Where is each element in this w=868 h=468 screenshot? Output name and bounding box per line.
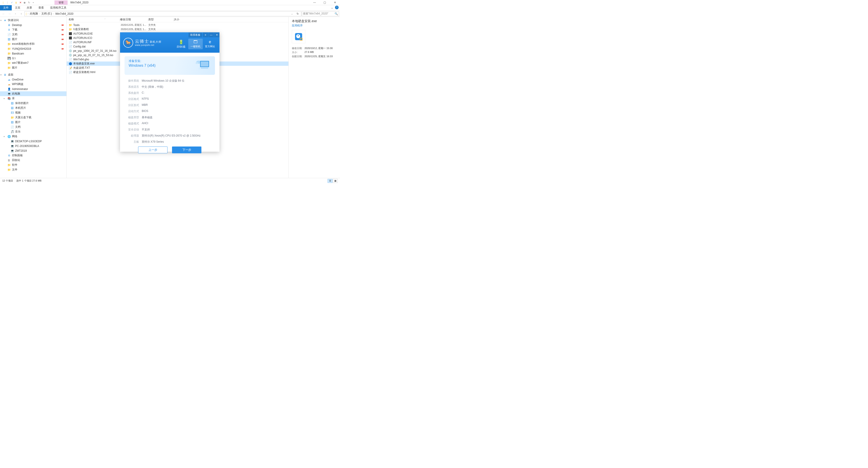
col-type[interactable]: 类型 (148, 18, 173, 22)
back-button[interactable]: ← (1, 11, 6, 17)
file-tab[interactable]: 文件 (0, 5, 12, 10)
up-button[interactable]: ↑ (19, 11, 24, 17)
sidebar-item[interactable]: 📁图片 (0, 65, 66, 70)
info-row: 处理器英特尔(R) Xeon(R) CPU E5-2670 v2 @ 2.50G… (126, 134, 214, 138)
minimize-button[interactable]: — (309, 0, 320, 5)
file-row[interactable]: 📁U盘安装教程2020/12/25, 星期五 1...文件夹 (67, 27, 288, 31)
sidebar-item[interactable]: 💾G:\ (0, 56, 66, 61)
sidebar-item[interactable]: 🎵音乐 (0, 129, 66, 134)
nav-tree[interactable]: ▾ ★ 快速访问 🖥Desktop📌⬇下载📌📄文档📌🖼图片📌📁excel表格制作… (0, 17, 67, 178)
minimize-icon[interactable]: — (209, 32, 214, 37)
item-icon: 💻 (7, 92, 11, 96)
chevron-down-icon[interactable]: ▾ (0, 19, 2, 22)
ribbon-tab-share[interactable]: 共享 (24, 5, 35, 10)
file-row[interactable]: 📁Tools2020/12/25, 星期五 1...文件夹 (67, 23, 288, 27)
installer-titlebar: 联系客服 ≡ — ✕ (120, 32, 219, 37)
installer-tabs: 🔋启动U盘🗔一键装机e官方网址 (174, 39, 217, 49)
sidebar-item[interactable]: ⬇下载📌 (0, 27, 66, 32)
contact-support-button[interactable]: 联系客服 (188, 33, 202, 37)
status-bar: 12 个项目 选中 1 个项目 27.6 MB ☰ ▦ (0, 178, 340, 183)
sidebar-item[interactable]: ▾🌐网络 (0, 134, 66, 139)
sidebar-item[interactable]: ☁WPS网盘 (0, 82, 66, 87)
sidebar-item[interactable]: 🖼保存的图片 (0, 101, 66, 105)
item-label: Desktop (12, 24, 22, 27)
ribbon-tab-apptools[interactable]: 应用程序工具 (47, 5, 70, 10)
installer-tab[interactable]: 🔋启动U盘 (174, 39, 188, 49)
detail-label: 修改日期: (292, 46, 305, 50)
sidebar-item[interactable]: 💻ZMT2019 (0, 148, 66, 153)
help-icon[interactable]: ? (335, 6, 339, 9)
next-button[interactable]: 下一步 (172, 147, 202, 153)
item-icon: ⚙ (7, 154, 11, 157)
col-date[interactable]: 修改日期 (120, 18, 148, 22)
close-button[interactable]: ✕ (330, 0, 340, 5)
quick-access-header[interactable]: ▾ ★ 快速访问 (0, 18, 66, 23)
menu-icon[interactable]: ≡ (203, 32, 208, 37)
installer-tab[interactable]: e官方网址 (203, 39, 217, 49)
sidebar-item[interactable]: 🖼图片 (0, 120, 66, 125)
icons-view-button[interactable]: ▦ (333, 179, 338, 183)
chevron-right-icon[interactable]: › (28, 13, 29, 15)
chevron-right-icon[interactable]: › (53, 13, 54, 15)
sidebar-item[interactable]: 🎞视频 (0, 110, 66, 115)
crumb-drive[interactable]: 文档 (E:) (41, 12, 53, 15)
chevron-down-icon[interactable]: ▾ (0, 74, 2, 76)
search-input[interactable]: 搜索"Win7x64_2020" 🔍 (302, 11, 339, 16)
desktop-header[interactable]: ▾ 🖥 桌面 (0, 72, 66, 77)
sidebar-item[interactable]: 📄文档📌 (0, 32, 66, 37)
folder-icon[interactable]: ▮ (14, 1, 18, 4)
crumb-pc[interactable]: 此电脑 (29, 12, 39, 15)
sidebar-item[interactable]: 📁Bandicam (0, 51, 66, 56)
sidebar-item[interactable]: 👤Administrator (0, 87, 66, 91)
sidebar-item[interactable]: 🖥Desktop📌 (0, 23, 66, 27)
details-pane: 本地硬盘安装.exe 应用程序 修改日期:2020/10/12, 星期一 15:… (288, 17, 340, 178)
close-icon[interactable]: ✕ (214, 32, 219, 37)
ribbon-tab-home[interactable]: 主页 (12, 5, 24, 10)
sidebar-item[interactable]: 📁软件 (0, 162, 66, 167)
sidebar-item[interactable]: ☁OneDrive (0, 77, 66, 82)
dropdown-icon[interactable]: ▾ (31, 1, 35, 4)
item-label: 天翼云盘下载 (15, 116, 31, 119)
file-name: pe_yqs_1064_20_07_31_16_04.iso (73, 49, 121, 53)
expand-ribbon-icon[interactable]: ⌄ (331, 6, 333, 9)
sidebar-item[interactable]: 🖼本机照片 (0, 105, 66, 110)
crumb-folder[interactable]: Win7x64_2020 (55, 12, 74, 15)
properties-icon[interactable]: ◉ (23, 1, 26, 4)
sidebar-item[interactable]: 📁win7重装win7 (0, 61, 66, 65)
manage-context-tab[interactable]: 管理 (55, 0, 68, 5)
check-icon[interactable]: ✓ (10, 1, 13, 4)
sidebar-item[interactable]: 💻PC-20190530OBLA (0, 144, 66, 148)
chevron-down-icon[interactable]: ▾ (4, 97, 5, 100)
sidebar-item[interactable]: ⚙控制面板 (0, 153, 66, 158)
redo-icon[interactable]: ↻ (27, 1, 31, 4)
sidebar-item[interactable]: 🗑回收站 (0, 158, 66, 162)
search-icon[interactable]: 🔍 (335, 12, 338, 15)
details-view-button[interactable]: ☰ (328, 179, 333, 183)
sidebar-item[interactable]: 📁天翼云盘下载 (0, 115, 66, 120)
sidebar-item[interactable]: 📁文件 (0, 167, 66, 172)
col-name[interactable]: 名称⌃ (67, 18, 119, 22)
app-icon (294, 32, 303, 41)
sidebar-item[interactable]: 🖼图片📌 (0, 37, 66, 41)
delete-icon[interactable]: ✕ (19, 1, 22, 4)
folder-icon[interactable]: ▯ (1, 1, 5, 4)
sidebar-item[interactable]: 📁excel表格制作求和📌 (0, 41, 66, 46)
chevron-down-icon[interactable]: ▾ (4, 135, 5, 138)
sidebar-item[interactable]: 📁YUNQISHI2019📌 (0, 46, 66, 51)
dropdown-icon[interactable]: ⌄ (289, 13, 294, 15)
chevron-right-icon[interactable]: › (39, 13, 40, 15)
sidebar-item[interactable]: 💻此电脑 (0, 91, 66, 96)
forward-button[interactable]: → (7, 11, 12, 17)
sidebar-item[interactable]: 💻DESKTOP-LSSOEDP (0, 139, 66, 144)
col-size[interactable]: 大小 (174, 18, 187, 22)
sidebar-item[interactable]: 📄文档 (0, 125, 66, 129)
maximize-button[interactable]: ▢ (320, 0, 330, 5)
installer-tab[interactable]: 🗔一键装机 (188, 39, 203, 49)
desktop-label: 桌面 (8, 73, 13, 76)
breadcrumb[interactable]: ▯ › 此电脑 › 文档 (E:) › Win7x64_2020 ⌄ ↻ (24, 11, 301, 16)
back-button[interactable]: 上一步 (138, 147, 167, 153)
recent-dropdown[interactable]: ▾ (13, 11, 18, 17)
ribbon-tab-view[interactable]: 查看 (35, 5, 47, 10)
refresh-icon[interactable]: ↻ (295, 12, 300, 15)
sidebar-item[interactable]: ▾📚库 (0, 96, 66, 101)
